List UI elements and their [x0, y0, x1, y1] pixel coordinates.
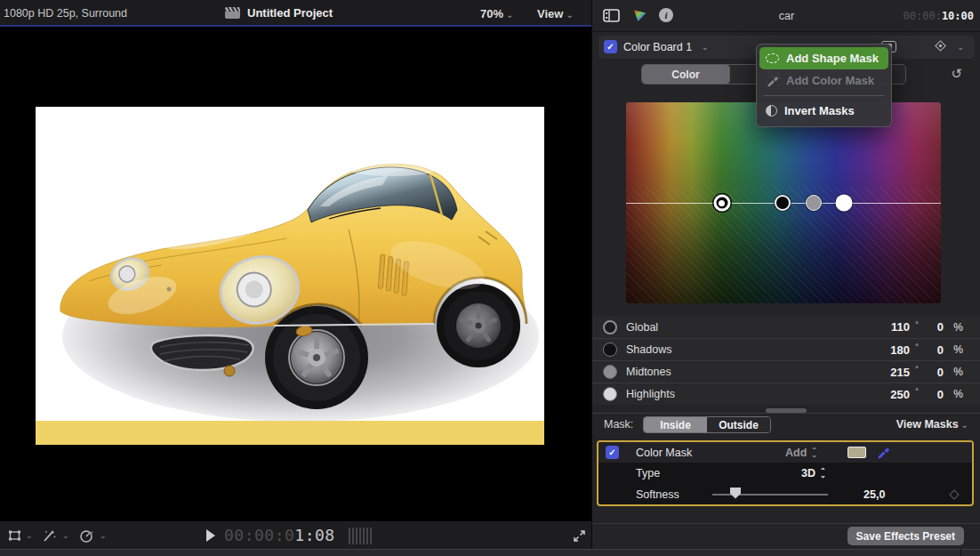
slider-row-highlights[interactable]: Highlights 250 ° 0 %	[592, 383, 980, 405]
stepper-chevrons-icon: ⌃⌄	[820, 469, 826, 478]
masks-context-menu: Add Shape Mask Add Color Mask Invert Mas…	[756, 44, 892, 127]
global-degrees[interactable]: 110	[880, 320, 910, 334]
keyframe-diamond-icon[interactable]	[949, 489, 959, 499]
chevron-down-icon[interactable]: ⌄	[62, 531, 69, 540]
softness-label: Softness	[636, 488, 679, 501]
shadows-degrees[interactable]: 180	[880, 343, 910, 357]
mask-label: Mask:	[604, 418, 633, 431]
keyframe-diamond-icon[interactable]	[935, 40, 946, 52]
expand-viewer-icon[interactable]	[573, 529, 586, 543]
highlights-circle-icon	[603, 387, 617, 401]
eyedropper-icon	[766, 74, 779, 87]
clapperboard-icon	[225, 7, 240, 19]
reset-icon[interactable]: ↺	[951, 65, 962, 83]
softness-value[interactable]: 25,0	[864, 488, 885, 501]
shape-mask-icon	[766, 53, 779, 63]
tab-color[interactable]: Color	[642, 65, 730, 84]
enhancements-wand-icon[interactable]	[41, 528, 57, 544]
type-label: Type	[636, 467, 660, 479]
type-row: Type 3D⌃⌄	[598, 463, 972, 483]
shadows-percent[interactable]: 0	[924, 343, 944, 357]
final-cut-window: 1080p HD 25p, Surround Untitled Project …	[0, 0, 980, 556]
chevron-down-icon: ⌄	[566, 10, 573, 20]
highlights-percent[interactable]: 0	[924, 388, 944, 401]
chevron-down-icon[interactable]: ⌄	[100, 531, 107, 540]
viewer-top-bar: 1080p HD 25p, Surround Untitled Project …	[0, 0, 591, 27]
highlights-degrees[interactable]: 250	[880, 388, 910, 401]
slider-row-midtones[interactable]: Midtones 215 ° 0 %	[592, 360, 980, 383]
effect-name: Color Board 1	[623, 41, 692, 53]
softness-slider-thumb[interactable]	[730, 488, 741, 499]
project-title: Untitled Project	[247, 6, 333, 20]
mask-bar: Mask: Inside Outside View Masks⌄	[592, 413, 980, 434]
view-masks-dropdown[interactable]: View Masks⌄	[896, 418, 968, 431]
invert-masks-icon	[766, 105, 777, 117]
type-dropdown[interactable]: 3D⌃⌄	[801, 467, 826, 479]
highlights-puck[interactable]	[835, 195, 852, 212]
color-mask-row: ✓ Color Mask Add⌃⌄	[598, 442, 972, 463]
mask-outside-button[interactable]: Outside	[707, 417, 770, 432]
inspector-header: i car 00:00:10:00	[592, 0, 980, 32]
menu-item-add-shape-mask[interactable]: Add Shape Mask	[759, 47, 888, 69]
color-mask-panel[interactable]: ✓ Color Mask Add⌃⌄ Type 3D⌃⌄ Softness 25…	[597, 440, 974, 506]
transport-bar: ⌄ ⌄ ⌄ 00:00:01:08	[0, 520, 591, 549]
chevron-down-icon[interactable]: ⌄	[26, 531, 33, 540]
midtones-puck[interactable]	[806, 195, 822, 211]
chevron-down-icon[interactable]: ⌄	[702, 43, 709, 52]
effect-enable-checkbox[interactable]: ✓	[604, 40, 617, 53]
zoom-level-dropdown[interactable]: 70%⌄	[480, 7, 513, 20]
mask-inside-button[interactable]: Inside	[644, 417, 707, 432]
blend-mode-dropdown[interactable]: Add⌃⌄	[785, 447, 817, 459]
playhead-timecode: 00:00:01:08	[224, 526, 335, 544]
midtones-percent[interactable]: 0	[924, 366, 944, 379]
mask-color-swatch[interactable]	[847, 447, 866, 458]
menu-separator	[764, 95, 884, 96]
chevron-down-icon: ⌄	[961, 420, 968, 430]
clip-duration-timecode: 00:00:10:00	[904, 10, 974, 22]
global-puck[interactable]	[713, 195, 730, 212]
transform-tool-icon[interactable]	[7, 528, 22, 543]
global-ring-icon	[603, 320, 617, 334]
slider-row-shadows[interactable]: Shadows 180 ° 0 %	[592, 338, 980, 360]
menu-item-invert-masks[interactable]: Invert Masks	[757, 100, 891, 122]
bottom-strip-divider	[960, 549, 961, 556]
footer-divider	[592, 523, 980, 524]
save-effects-preset-button[interactable]: Save Effects Preset	[847, 527, 964, 545]
softness-slider-track[interactable]	[712, 494, 828, 496]
softness-row: Softness 25,0	[598, 484, 972, 504]
midtones-circle-icon	[603, 365, 617, 379]
viewer-stage	[0, 28, 591, 520]
retime-icon[interactable]	[78, 528, 94, 544]
audio-meters-icon[interactable]	[349, 528, 372, 544]
video-canvas[interactable]	[36, 107, 544, 445]
chevron-down-icon: ⌄	[506, 10, 513, 20]
color-mask-checkbox[interactable]: ✓	[606, 446, 619, 459]
mask-inside-outside-toggle: Inside Outside	[643, 416, 771, 433]
project-format-label: 1080p HD 25p, Surround	[4, 7, 127, 20]
color-mask-label: Color Mask	[636, 447, 692, 459]
global-percent[interactable]: 0	[924, 320, 944, 334]
color-slider-rows: Global 110 ° 0 % Shadows 180 ° 0 % Midto…	[592, 316, 980, 405]
view-dropdown[interactable]: View⌄	[537, 7, 574, 20]
bottom-edge-strip	[0, 549, 980, 556]
eyedropper-icon[interactable]	[876, 445, 890, 459]
slider-row-global[interactable]: Global 110 ° 0 %	[592, 316, 980, 338]
shadows-circle-icon	[603, 342, 617, 357]
midtones-degrees[interactable]: 215	[880, 366, 910, 379]
stepper-chevrons-icon: ⌃⌄	[811, 448, 817, 457]
play-button[interactable]	[206, 529, 215, 542]
car-illustration	[36, 107, 544, 445]
canvas-yellow-strip	[36, 421, 544, 445]
shadows-puck[interactable]	[775, 195, 791, 211]
chevron-down-icon[interactable]: ⌄	[957, 43, 964, 52]
menu-item-add-color-mask[interactable]: Add Color Mask	[757, 69, 891, 92]
color-board-gradient[interactable]	[626, 102, 941, 303]
